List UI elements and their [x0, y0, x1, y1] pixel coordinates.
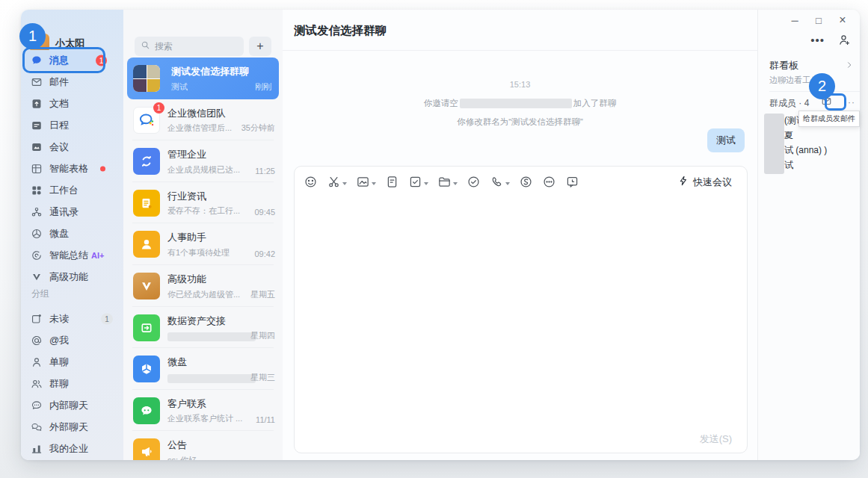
- chat-title: 高级功能: [167, 273, 206, 286]
- member-name: 夏: [784, 129, 793, 142]
- chat-list-item[interactable]: 高级功能你已经成为超级管...星期五: [123, 265, 283, 307]
- minimize-button[interactable]: ─: [787, 13, 803, 28]
- sidebar-item-高级功能[interactable]: 高级功能: [21, 266, 123, 288]
- chat-more-button[interactable]: •••: [809, 35, 826, 46]
- chat-title: 微盘: [167, 356, 187, 369]
- sidebar-item-@我[interactable]: @我: [21, 329, 123, 351]
- chat-list-item[interactable]: 行业资讯爱存不存：在工行...09:45: [123, 182, 283, 224]
- chat-avatar-hr-assistant: [133, 231, 160, 258]
- chat-list-item[interactable]: 测试发信选择群聊测试刚刚: [127, 58, 279, 99]
- smart-table-icon: [30, 162, 43, 175]
- chevron-right-icon[interactable]: [845, 59, 854, 72]
- add-chat-button[interactable]: +: [249, 37, 271, 56]
- sidebar-item-文档[interactable]: 文档: [21, 93, 123, 114]
- chat-list-item[interactable]: 数据资产交接星期四: [123, 307, 283, 349]
- more-apps-icon: [542, 175, 556, 191]
- chat-list-item[interactable]: 1企业微信团队企业微信管理后...35分钟前: [123, 99, 283, 141]
- chat-time: 星期三: [250, 372, 275, 383]
- member-row[interactable]: 试 (anna) ): [784, 143, 860, 158]
- outgoing-message-bubble[interactable]: 测试: [707, 128, 745, 152]
- sidebar-item-工作台[interactable]: 工作台: [21, 179, 123, 201]
- todo-button[interactable]: [464, 173, 483, 193]
- sidebar-item-未读[interactable]: 未读1: [21, 308, 123, 329]
- drive-icon: [30, 227, 43, 240]
- more-apps-button[interactable]: [540, 173, 558, 193]
- notification-dot: [100, 166, 105, 171]
- chat-subtitle: 企业联系客户统计 ...: [167, 413, 242, 424]
- group-board-title[interactable]: 群看板: [769, 59, 798, 72]
- search-input[interactable]: 搜索: [135, 37, 244, 56]
- chat-avatar-manage-enterprise: [133, 148, 160, 175]
- image-button[interactable]: [354, 173, 378, 193]
- chat-list-item[interactable]: 客户联系企业联系客户统计 ...11/11: [123, 390, 283, 432]
- chat-list-item[interactable]: 公告ss: 你好: [123, 431, 283, 460]
- caret-down-icon: [453, 182, 458, 185]
- sidebar-item-我的企业[interactable]: 我的企业: [21, 438, 123, 459]
- chat-list-panel: 搜索 + 测试发信选择群聊测试刚刚1企业微信团队企业微信管理后...35分钟前管…: [123, 10, 283, 460]
- chat-avatar-wedrive: [133, 356, 160, 382]
- chat-title: 测试发信选择群聊: [294, 23, 387, 39]
- system-message: 你邀请空加入了群聊: [283, 98, 757, 109]
- unread-badge: 1: [153, 102, 164, 114]
- chat-subtitle: 你已经成为超级管...: [167, 289, 240, 300]
- message-time-divider: 15:13: [283, 80, 757, 89]
- chat-subtitle: 爱存不存：在工行...: [167, 205, 240, 217]
- sidebar-item-内部聊天[interactable]: 内部聊天: [21, 394, 123, 416]
- chat-subtitle: 企业成员规模已达...: [167, 164, 240, 176]
- sidebar-item-智能总结[interactable]: 智能总结AI+: [21, 244, 123, 266]
- sidebar-group-label: 分组: [31, 288, 49, 300]
- sidebar-item-智能表格[interactable]: 智能表格: [21, 158, 123, 179]
- system-message: 你修改群名为“测试发信选择群聊”: [283, 117, 757, 128]
- folder-button[interactable]: [435, 173, 460, 193]
- add-member-button[interactable]: [837, 32, 852, 48]
- sidebar: 小太阳 消息1邮件文档日程会议智能表格工作台通讯录微盘智能总结AI+高级功能 分…: [21, 10, 123, 460]
- sidebar-item-单聊[interactable]: 单聊: [21, 351, 123, 373]
- member-row[interactable]: 试: [784, 158, 860, 173]
- chat-title: 客户联系: [167, 397, 206, 411]
- sidebar-item-会议[interactable]: 会议: [21, 136, 123, 158]
- group-info-panel: 群看板 边聊边看工作 群成员 · 4 ··· (测试)夏试 (anna) )试 …: [757, 10, 860, 460]
- call-icon: [490, 175, 504, 191]
- composer-toolbar: [301, 173, 582, 193]
- chat-time: 11:25: [255, 167, 275, 176]
- chat-history-icon: [565, 175, 579, 191]
- task-icon: [408, 175, 422, 191]
- chat-list-item[interactable]: 管理企业企业成员规模已达...11:25: [123, 140, 283, 182]
- sidebar-item-微盘[interactable]: 微盘: [21, 223, 123, 244]
- send-button[interactable]: 发送(S): [695, 432, 736, 447]
- chat-list-item[interactable]: 微盘星期三: [123, 348, 283, 390]
- notes-icon: [385, 175, 399, 191]
- meeting-icon: [30, 140, 43, 153]
- sidebar-item-邮件[interactable]: 邮件: [21, 71, 123, 93]
- quick-meeting-button[interactable]: 快速会议: [673, 174, 736, 190]
- message-input[interactable]: [301, 196, 741, 427]
- chat-list-item[interactable]: 人事助手有1个事项待处理09:42: [123, 223, 283, 265]
- task-button[interactable]: [406, 173, 431, 193]
- sidebar-item-群聊[interactable]: 群聊: [21, 373, 123, 394]
- maximize-button[interactable]: □: [810, 13, 827, 28]
- wecom-window: 小太阳 消息1邮件文档日程会议智能表格工作台通讯录微盘智能总结AI+高级功能 分…: [21, 10, 860, 460]
- sidebar-item-外部聊天[interactable]: 外部聊天: [21, 416, 123, 438]
- chat-title: 公告: [167, 438, 187, 452]
- member-name: 试: [784, 159, 793, 172]
- external-chat-icon: [30, 420, 43, 433]
- company-icon: [30, 442, 43, 455]
- notes-button[interactable]: [383, 173, 401, 193]
- ai-plus-label: AI+: [91, 251, 104, 260]
- chat-subtitle: 企业微信管理后...: [167, 122, 232, 134]
- chat-subtitle: 有1个事项待处理: [167, 247, 230, 258]
- close-button[interactable]: ×: [834, 13, 851, 28]
- sidebar-item-日程[interactable]: 日程: [21, 114, 123, 136]
- emoji-button[interactable]: [301, 173, 320, 193]
- internal-chat-icon: [30, 399, 43, 412]
- call-button[interactable]: [487, 173, 512, 193]
- chat-history-button[interactable]: [563, 173, 582, 193]
- chat-avatar-data-handover: [133, 314, 160, 341]
- sidebar-groups: 未读1@我单聊群聊内部聊天外部聊天我的企业: [21, 308, 123, 459]
- redacted-text: [460, 99, 572, 108]
- caret-down-icon: [342, 182, 347, 185]
- duty-button[interactable]: [517, 173, 535, 193]
- sidebar-item-通讯录[interactable]: 通讯录: [21, 201, 123, 223]
- screenshot-button[interactable]: [324, 173, 349, 193]
- member-row[interactable]: 夏: [784, 128, 860, 143]
